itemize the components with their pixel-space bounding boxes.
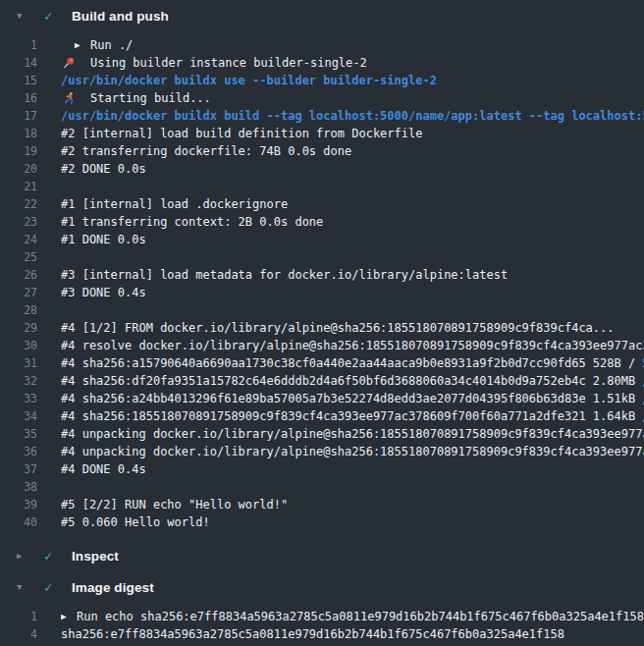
log-line: 16Starting build... xyxy=(0,89,644,107)
log-text: Run echo sha256:e7ff8834a5963a2785c5a081… xyxy=(77,608,644,625)
log-line-number[interactable]: 29 xyxy=(0,319,37,337)
log-line-number[interactable]: 24 xyxy=(0,231,37,248)
log-line-content: #2 transferring dockerfile: 74B 0.0s don… xyxy=(61,142,644,160)
log-text: #4 unpacking docker.io/library/alpine@sh… xyxy=(61,443,644,460)
section-header-inspect[interactable]: ▶✓Inspect xyxy=(0,543,644,568)
log-line-content: #4 sha256:a15790640a6690aa1730c38cf0a440… xyxy=(61,354,644,372)
section-body-build-and-push: 1▶Run ./14Using builder instance builder… xyxy=(0,28,644,537)
log-line-number[interactable]: 27 xyxy=(0,284,37,301)
log-line: 30#4 resolve docker.io/library/alpine@sh… xyxy=(0,337,644,354)
log-line: 40#5 0.060 Hello world! xyxy=(0,513,644,531)
section-header-build-and-push[interactable]: ▼✓Build and push xyxy=(0,3,644,28)
log-text: #4 unpacking docker.io/library/alpine@sh… xyxy=(61,425,644,443)
log-line: 28 xyxy=(0,301,644,319)
log-line-content: #4 unpacking docker.io/library/alpine@sh… xyxy=(61,443,644,460)
log-text: #2 [internal] load build definition from… xyxy=(61,125,422,142)
log-line-content: #2 DONE 0.0s xyxy=(61,160,644,178)
log-line-number[interactable]: 38 xyxy=(0,478,37,496)
log-line-content: #4 sha256:a24bb4013296f61e89ba57005a7b3e… xyxy=(61,390,644,407)
log-line-number[interactable]: 20 xyxy=(0,160,37,178)
log-line: 32#4 sha256:df20fa9351a15782c64e6dddb2d4… xyxy=(0,372,644,390)
log-section-image-digest: ▼✓Image digest1▶Run echo sha256:e7ff8834… xyxy=(0,571,644,646)
log-line-content xyxy=(61,178,644,195)
log-line-number[interactable]: 1 xyxy=(0,36,37,54)
log-line: 22#1 [internal] load .dockerignore xyxy=(0,195,644,213)
log-line-content xyxy=(61,248,644,266)
log-line-number[interactable]: 25 xyxy=(0,248,37,266)
chevron-down-icon[interactable]: ▼ xyxy=(17,3,31,28)
log-line-number[interactable]: 33 xyxy=(0,390,37,407)
log-line-number[interactable]: 19 xyxy=(0,142,37,160)
log-line-number[interactable]: 1 xyxy=(0,608,37,625)
log-viewer: ▼✓Build and push1▶Run ./14Using builder … xyxy=(0,0,644,646)
log-line-number[interactable]: 23 xyxy=(0,213,37,231)
log-text: Using builder instance builder-single-2 xyxy=(90,54,367,72)
log-line-number[interactable]: 40 xyxy=(0,513,37,531)
log-line-number[interactable]: 32 xyxy=(0,372,37,390)
log-line-content: #5 0.060 Hello world! xyxy=(61,513,644,531)
log-line-content: ▶Run ./ xyxy=(61,36,644,54)
log-text: #1 DONE 0.0s xyxy=(61,231,146,248)
log-line-number[interactable]: 14 xyxy=(0,54,37,72)
log-text: #2 transferring dockerfile: 74B 0.0s don… xyxy=(61,142,351,160)
section-title: Inspect xyxy=(72,549,119,564)
log-line-number[interactable]: 17 xyxy=(0,107,37,125)
log-text: #3 DONE 0.4s xyxy=(61,284,146,301)
log-line-number[interactable]: 15 xyxy=(0,72,37,89)
log-line-number[interactable]: 4 xyxy=(0,625,37,643)
section-header-image-digest[interactable]: ▼✓Image digest xyxy=(0,574,644,600)
log-line-content: #3 DONE 0.4s xyxy=(61,284,644,301)
log-line-content: #4 [1/2] FROM docker.io/library/alpine@s… xyxy=(61,319,644,337)
log-line-number[interactable]: 16 xyxy=(0,89,37,107)
log-line-number[interactable]: 36 xyxy=(0,443,37,460)
log-text: #2 DONE 0.0s xyxy=(61,160,146,178)
log-line-content xyxy=(61,301,644,319)
log-line-number[interactable]: 37 xyxy=(0,460,37,478)
log-section-build-and-push: ▼✓Build and push1▶Run ./14Using builder … xyxy=(0,0,644,540)
log-line-number[interactable]: 22 xyxy=(0,195,37,213)
log-line-content: Using builder instance builder-single-2 xyxy=(61,54,644,72)
log-text: #4 sha256:185518070891758909c9f839cf4ca3… xyxy=(61,407,644,425)
log-text: /usr/bin/docker buildx build --tag local… xyxy=(61,107,644,125)
log-line-content xyxy=(61,478,644,496)
section-body-image-digest: 1▶Run echo sha256:e7ff8834a5963a2785c5a0… xyxy=(0,600,644,646)
log-line-number[interactable]: 18 xyxy=(0,125,37,142)
log-line-number[interactable]: 35 xyxy=(0,425,37,443)
log-line-number[interactable]: 34 xyxy=(0,407,37,425)
log-text: #4 sha256:a24bb4013296f61e89ba57005a7b3e… xyxy=(61,390,644,407)
check-icon: ✓ xyxy=(44,543,60,568)
log-line: 21 xyxy=(0,178,644,195)
log-text: #5 0.060 Hello world! xyxy=(61,513,210,531)
log-line-number[interactable]: 30 xyxy=(0,337,37,354)
log-line-content: #1 transferring context: 2B 0.0s done xyxy=(61,213,644,231)
log-line: 1▶Run ./ xyxy=(0,36,644,54)
log-line: 39#5 [2/2] RUN echo "Hello world!" xyxy=(0,496,644,513)
log-line: 38 xyxy=(0,478,644,496)
log-line: 19#2 transferring dockerfile: 74B 0.0s d… xyxy=(0,142,644,160)
log-group-toggle-icon[interactable]: ▶ xyxy=(75,36,90,54)
log-line-content: #4 unpacking docker.io/library/alpine@sh… xyxy=(61,425,644,443)
log-section-inspect: ▶✓Inspect xyxy=(0,540,644,571)
log-line: 18#2 [internal] load build definition fr… xyxy=(0,125,644,142)
log-line-number[interactable]: 28 xyxy=(0,301,37,319)
log-line-content: #3 [internal] load metadata for docker.i… xyxy=(61,266,644,284)
chevron-right-icon[interactable]: ▶ xyxy=(17,543,31,568)
log-line: 20#2 DONE 0.0s xyxy=(0,160,644,178)
log-text: #4 sha256:a15790640a6690aa1730c38cf0a440… xyxy=(61,354,644,372)
log-line: 1▶Run echo sha256:e7ff8834a5963a2785c5a0… xyxy=(0,608,644,625)
log-line: 17/usr/bin/docker buildx build --tag loc… xyxy=(0,107,644,125)
chevron-down-icon[interactable]: ▼ xyxy=(17,574,31,600)
log-line-number[interactable]: 39 xyxy=(0,496,37,513)
log-line: 31#4 sha256:a15790640a6690aa1730c38cf0a4… xyxy=(0,354,644,372)
log-line-number[interactable]: 26 xyxy=(0,266,37,284)
log-line-content: #1 [internal] load .dockerignore xyxy=(61,195,644,213)
log-line: 14Using builder instance builder-single-… xyxy=(0,54,644,72)
section-title: Build and push xyxy=(72,9,169,24)
log-group-toggle-icon[interactable]: ▶ xyxy=(61,608,77,625)
log-line-content: sha256:e7ff8834a5963a2785c5a0811e979d16b… xyxy=(61,625,644,643)
log-line-content: #4 sha256:df20fa9351a15782c64e6dddb2d4a6… xyxy=(61,372,644,390)
log-line-number[interactable]: 21 xyxy=(0,178,37,195)
log-text: sha256:e7ff8834a5963a2785c5a0811e979d16b… xyxy=(61,625,564,643)
log-line-number[interactable]: 31 xyxy=(0,354,37,372)
log-line: 35#4 unpacking docker.io/library/alpine@… xyxy=(0,425,644,443)
